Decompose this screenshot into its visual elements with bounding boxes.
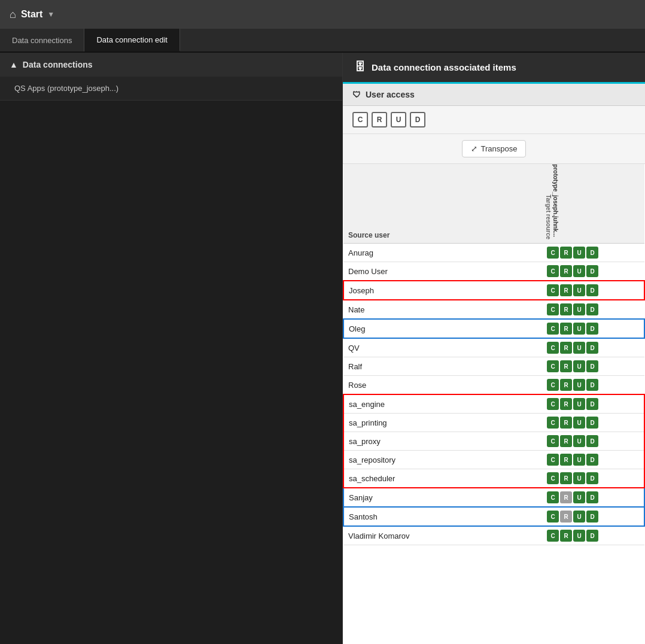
crud-permissions-cell: CRUD xyxy=(542,526,644,545)
crud-pill-c: C xyxy=(547,398,559,410)
crud-permissions-cell: CRUD xyxy=(542,244,644,262)
crud-permissions-cell: CRUD xyxy=(542,414,644,432)
crud-pill-u: U xyxy=(573,435,585,447)
source-user-cell: Sanjay xyxy=(343,488,542,507)
crud-filter-u[interactable]: U xyxy=(391,112,406,127)
table-row[interactable]: sa_printingCRUD xyxy=(343,414,644,432)
table-row[interactable]: NateCRUD xyxy=(343,300,644,319)
source-user-cell: Demo User xyxy=(343,262,542,281)
crud-pill-d: D xyxy=(586,247,598,259)
crud-pill-c: C xyxy=(547,303,559,315)
table-row[interactable]: SanjayCRUD xyxy=(343,488,644,507)
source-user-cell: Ralf xyxy=(343,357,542,376)
table-row[interactable]: QVCRUD xyxy=(343,338,644,357)
crud-filter-c[interactable]: C xyxy=(352,112,368,127)
crud-pill-d: D xyxy=(586,323,598,335)
crud-pill-r: R xyxy=(560,530,572,542)
table-row[interactable]: AnuragCRUD xyxy=(343,244,644,262)
crud-pill-c: C xyxy=(547,454,559,466)
crud-pill-c: C xyxy=(547,511,559,523)
crud-pill-d: D xyxy=(586,454,598,466)
table-row[interactable]: sa_schedulerCRUD xyxy=(343,469,644,488)
crud-pill-c: C xyxy=(547,342,559,354)
main-layout: ▲ Data connections QS Apps (prototype_jo… xyxy=(0,53,645,644)
crud-pill-u: U xyxy=(573,323,585,335)
right-panel-header: 🗄 Data connection associated items xyxy=(343,53,645,84)
crud-permissions-cell: CRUD xyxy=(542,281,644,300)
top-bar: ⌂ Start ▼ xyxy=(0,0,645,29)
source-user-header: Source user xyxy=(343,164,542,244)
table-row[interactable]: sa_proxyCRUD xyxy=(343,432,644,451)
table-row[interactable]: SantoshCRUD xyxy=(343,507,644,526)
crud-pill-u: U xyxy=(573,454,585,466)
crud-pill-d: D xyxy=(586,265,598,277)
crud-pill-r: R xyxy=(560,360,572,372)
crud-permissions-cell: CRUD xyxy=(542,319,644,338)
chevron-down-icon[interactable]: ▼ xyxy=(47,10,54,19)
crud-permissions-cell: CRUD xyxy=(542,376,644,395)
table-row[interactable]: RoseCRUD xyxy=(343,376,644,395)
crud-permissions-cell: CRUD xyxy=(542,507,644,526)
crud-pill-u: U xyxy=(573,472,585,484)
source-user-cell: Nate xyxy=(343,300,542,319)
crud-pill-c: C xyxy=(547,360,559,372)
crud-filter-r[interactable]: R xyxy=(372,112,387,127)
crud-pill-u: U xyxy=(573,491,585,503)
table-row[interactable]: sa_repositoryCRUD xyxy=(343,451,644,469)
source-user-cell: Santosh xyxy=(343,507,542,526)
user-access-table[interactable]: Source user Target resource QS Apps (pro… xyxy=(343,164,645,644)
crud-pill-u: U xyxy=(573,398,585,410)
transpose-icon: ⤢ xyxy=(471,144,477,153)
crud-pill-u: U xyxy=(573,284,585,296)
target-resource-header: Target resource QS Apps (prototype_josep… xyxy=(542,164,644,244)
transpose-button[interactable]: ⤢ Transpose xyxy=(462,140,527,157)
crud-pill-d: D xyxy=(586,379,598,391)
source-user-cell: Anurag xyxy=(343,244,542,262)
crud-pill-u: U xyxy=(573,360,585,372)
source-user-cell: sa_scheduler xyxy=(343,469,542,488)
right-panel-title: Data connection associated items xyxy=(372,62,516,72)
crud-pill-d: D xyxy=(586,342,598,354)
crud-pill-u: U xyxy=(573,342,585,354)
crud-permissions-cell: CRUD xyxy=(542,451,644,469)
table-row[interactable]: OlegCRUD xyxy=(343,319,644,338)
crud-permissions-cell: CRUD xyxy=(542,262,644,281)
crud-pill-u: U xyxy=(573,379,585,391)
table-row[interactable]: Vladimir KomarovCRUD xyxy=(343,526,644,545)
left-panel: ▲ Data connections QS Apps (prototype_jo… xyxy=(0,53,343,644)
table-row[interactable]: JosephCRUD xyxy=(343,281,644,300)
crud-pill-u: U xyxy=(573,247,585,259)
crud-pill-r: R xyxy=(560,303,572,315)
crud-filter-d[interactable]: D xyxy=(410,112,425,127)
tab-data-connections[interactable]: Data connections xyxy=(0,29,84,51)
source-user-cell: sa_engine xyxy=(343,394,542,414)
crud-pill-u: U xyxy=(573,417,585,429)
table-row[interactable]: sa_engineCRUD xyxy=(343,394,644,414)
crud-pill-d: D xyxy=(586,360,598,372)
user-access-section: 🛡 User access xyxy=(343,84,645,106)
transpose-label: Transpose xyxy=(481,144,518,153)
crud-pill-d: D xyxy=(586,511,598,523)
collapse-icon[interactable]: ▲ xyxy=(10,60,18,69)
source-user-cell: Vladimir Komarov xyxy=(343,526,542,545)
crud-pill-u: U xyxy=(573,303,585,315)
tab-data-connection-edit[interactable]: Data connection edit xyxy=(84,29,180,51)
crud-permissions-cell: CRUD xyxy=(542,488,644,507)
crud-pill-c: C xyxy=(547,379,559,391)
crud-pill-d: D xyxy=(586,472,598,484)
crud-pill-c: C xyxy=(547,323,559,335)
crud-pill-r: R xyxy=(560,379,572,391)
crud-pill-c: C xyxy=(547,247,559,259)
crud-pill-c: C xyxy=(547,491,559,503)
user-access-label: User access xyxy=(366,90,415,99)
home-icon[interactable]: ⌂ xyxy=(10,8,16,21)
crud-permissions-cell: CRUD xyxy=(542,432,644,451)
table-row[interactable]: RalfCRUD xyxy=(343,357,644,376)
table-row[interactable]: Demo UserCRUD xyxy=(343,262,644,281)
crud-pill-r: R xyxy=(560,472,572,484)
crud-permissions-cell: CRUD xyxy=(542,357,644,376)
crud-pill-r: R xyxy=(560,284,572,296)
data-connection-item[interactable]: QS Apps (prototype_joseph...) xyxy=(0,77,342,101)
crud-permissions-cell: CRUD xyxy=(542,469,644,488)
crud-pill-d: D xyxy=(586,417,598,429)
